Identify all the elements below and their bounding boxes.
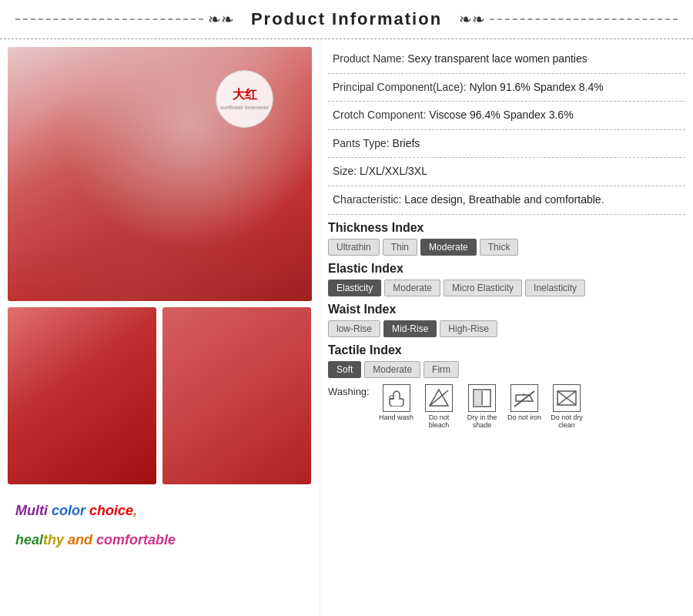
no-iron-text: Do not iron — [507, 413, 541, 422]
char-value: Lace design, Breathable and comfortable. — [404, 193, 604, 206]
tactile-badges: Soft Moderate Firm — [328, 361, 685, 378]
dry-shade-text: Dry in the shade — [464, 413, 500, 430]
header-deco-right: ❧❧ — [454, 10, 490, 28]
hand-wash-text: Hand wash — [379, 413, 413, 422]
no-iron-icon — [511, 384, 538, 412]
hand-wash-icon — [383, 384, 410, 412]
brand-logo: 大红 sunflower Innerwear — [216, 70, 273, 128]
healthy-line: healthy and comfortable — [15, 527, 304, 552]
elastic-badges: Elasticity Moderate Micro Elasticity Ine… — [328, 280, 685, 296]
lace-value: Nylon 91.6% Spandex 8.4% — [469, 81, 603, 93]
tactile-title: Tactile Index — [328, 343, 685, 357]
washing-no-dry-clean: Do not dry clean — [549, 384, 584, 430]
right-panel: Product Name: Sexy transparent lace wome… — [320, 39, 693, 616]
badge-moderate-elastic: Moderate — [384, 280, 440, 296]
size-row: Size: L/XL/XXL/3XL — [328, 158, 685, 186]
multicolor-line: Multi color choice, — [15, 498, 304, 523]
lace-row: Principal Component(Lace): Nylon 91.6% S… — [328, 74, 685, 102]
brand-chinese: 大红 — [233, 87, 257, 103]
no-bleach-text: Do not bleach — [421, 413, 457, 430]
badge-thick: Thick — [480, 239, 519, 256]
and-word: and — [68, 532, 96, 547]
badge-moderate-tactile: Moderate — [364, 361, 420, 378]
no-dry-clean-text: Do not dry clean — [549, 413, 584, 430]
header-line-left — [15, 18, 203, 20]
waist-title: Waist Index — [328, 303, 685, 316]
washing-hand-wash: Hand wash — [379, 384, 413, 430]
thickness-title: Thickness Index — [328, 221, 685, 235]
badge-low-rise: low-Rise — [328, 320, 380, 337]
product-image-top: 大红 sunflower Innerwear — [8, 47, 312, 301]
badge-micro-elasticity: Micro Elasticity — [444, 280, 522, 296]
badge-thin: Thin — [383, 239, 417, 256]
crotch-value: Viscose 96.4% Spandex 3.6% — [429, 109, 573, 121]
badge-ultrathin: Ultrathin — [328, 239, 380, 256]
promo-text: Multi color choice, healthy and comforta… — [8, 490, 312, 553]
no-bleach-icon — [425, 384, 453, 412]
comma-word: , — [133, 503, 137, 518]
page-header: ❧❧ Product Information ❧❧ — [0, 0, 693, 39]
lace-label: Principal Component(Lace): — [333, 81, 467, 93]
product-image-bottom-right — [162, 307, 311, 484]
washing-section: Washing: Hand wash — [328, 384, 685, 430]
pants-label: Pants Type: — [333, 137, 390, 149]
multi-word: Multi — [15, 503, 52, 518]
elastic-title: Elastic Index — [328, 262, 685, 276]
header-title: Product Information — [239, 9, 454, 29]
washing-icons: Hand wash Do not bleach — [379, 384, 584, 430]
pants-row: Pants Type: Briefs — [328, 130, 685, 159]
healthy-word: heal — [15, 532, 43, 547]
badge-elasticity: Elasticity — [328, 280, 381, 296]
product-images-bottom — [8, 307, 312, 484]
tactile-section: Tactile Index Soft Moderate Firm — [328, 343, 685, 378]
svg-line-1 — [430, 390, 448, 406]
header-deco-left: ❧❧ — [203, 10, 239, 28]
size-label: Size: — [333, 165, 357, 177]
main-content: 大红 sunflower Innerwear Multi color choic… — [0, 39, 693, 616]
size-value: L/XL/XXL/3XL — [360, 165, 427, 177]
thickness-badges: Ultrathin Thin Moderate Thick — [328, 239, 685, 256]
waist-section: Waist Index low-Rise Mid-Rise High-Rise — [328, 303, 685, 337]
washing-dry-shade: Dry in the shade — [464, 384, 500, 430]
badge-inelasticity: Inelasticity — [525, 280, 585, 296]
elastic-section: Elastic Index Elasticity Moderate Micro … — [328, 262, 685, 296]
color-word: color — [52, 503, 89, 518]
crotch-row: Crotch Component: Viscose 96.4% Spandex … — [328, 102, 685, 130]
thickness-section: Thickness Index Ultrathin Thin Moderate … — [328, 221, 685, 256]
comfortable-word: comfortable — [96, 532, 176, 547]
product-name-label: Product Name: — [333, 52, 404, 65]
waist-badges: low-Rise Mid-Rise High-Rise — [328, 320, 685, 337]
brand-sub: sunflower Innerwear — [219, 103, 270, 112]
crotch-label: Crotch Component: — [333, 109, 426, 121]
dry-shade-icon — [468, 384, 496, 412]
choice-word: choice — [89, 503, 133, 518]
char-label: Characteristic: — [333, 193, 401, 206]
thy-word: thy — [43, 532, 68, 547]
badge-soft: Soft — [328, 361, 361, 378]
badge-moderate-thick: Moderate — [420, 239, 477, 256]
badge-mid-rise: Mid-Rise — [383, 320, 437, 337]
pants-value: Briefs — [393, 137, 420, 149]
product-name-row: Product Name: Sexy transparent lace wome… — [328, 45, 685, 74]
product-image-bottom-left — [8, 307, 156, 484]
no-dry-clean-icon — [553, 384, 581, 412]
svg-rect-4 — [474, 390, 482, 407]
badge-high-rise: High-Rise — [440, 320, 497, 337]
image-background: 大红 sunflower Innerwear — [8, 47, 312, 301]
badge-firm: Firm — [424, 361, 459, 378]
washing-no-iron: Do not iron — [507, 384, 541, 430]
left-panel: 大红 sunflower Innerwear Multi color choic… — [0, 39, 320, 616]
washing-label: Washing: — [328, 384, 374, 397]
washing-no-bleach: Do not bleach — [421, 384, 457, 430]
header-line-right — [490, 18, 678, 20]
product-name-value: Sexy transparent lace women panties — [407, 52, 587, 65]
char-row: Characteristic: Lace design, Breathable … — [328, 186, 685, 215]
